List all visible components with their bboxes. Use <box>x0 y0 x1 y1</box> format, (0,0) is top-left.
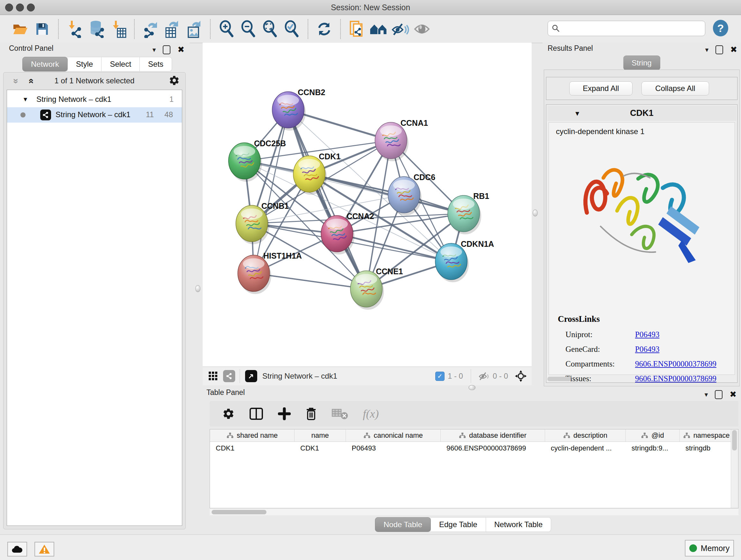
show-columns-icon[interactable] <box>249 408 263 420</box>
network-row-selected[interactable]: String Network – cdk1 11 48 <box>7 107 182 123</box>
import-network-database-button[interactable] <box>87 19 106 39</box>
crosslink-link[interactable]: P06493 <box>635 345 659 354</box>
left-splitter-handle[interactable] <box>195 285 200 292</box>
table-options-gear-icon[interactable] <box>222 408 234 420</box>
node-RB1[interactable]: RB1 <box>448 192 489 234</box>
open-session-button[interactable] <box>11 19 30 39</box>
column-header-namespace[interactable]: namespace <box>680 429 733 442</box>
hscroll-thumb[interactable] <box>212 510 266 514</box>
panel-menu-icon[interactable]: ▾ <box>705 46 709 54</box>
tab-sets[interactable]: Sets <box>140 57 172 71</box>
tab-string[interactable]: String <box>623 56 660 70</box>
crosslink-link[interactable]: P06493 <box>635 330 659 339</box>
panel-menu-icon[interactable]: ▾ <box>704 391 708 398</box>
edge-CCNB2-CCNE1[interactable] <box>288 110 366 289</box>
export-table-button[interactable] <box>163 19 182 39</box>
search-box[interactable] <box>548 21 705 36</box>
import-network-file-button[interactable] <box>65 19 84 39</box>
node-HIST1H1A[interactable]: HIST1H1A <box>238 251 302 294</box>
network-view[interactable]: CCNB2CCNA1CDC25BCDK1CDC6RB1CCNB1CCNA2CDK… <box>203 43 532 385</box>
crosslink-link[interactable]: 9606.ENSP00000378699 <box>635 360 717 368</box>
search-input[interactable] <box>562 24 705 33</box>
table-cell[interactable]: 9606.ENSP00000378699 <box>441 442 545 455</box>
node-CCNA1[interactable]: CCNA1 <box>375 118 428 161</box>
right-splitter-handle[interactable] <box>533 209 538 216</box>
table-cell[interactable]: P06493 <box>346 442 441 455</box>
node-CCNA2[interactable]: CCNA2 <box>321 212 374 254</box>
preview-eye-button[interactable] <box>413 19 431 39</box>
selected-checkbox-icon[interactable]: ✓ <box>435 372 445 381</box>
column-header-@id[interactable]: @id <box>626 429 680 442</box>
zoom-selected-button[interactable] <box>282 19 301 39</box>
column-header-shared-name[interactable]: shared name <box>210 429 294 442</box>
toolbar-separator <box>340 19 341 39</box>
apply-layout-button[interactable] <box>315 19 333 39</box>
detach-view-icon[interactable] <box>245 370 257 382</box>
network-canvas[interactable]: CCNB2CCNA1CDC25BCDK1CDC6RB1CCNB1CCNA2CDK… <box>203 43 532 367</box>
protein-header[interactable]: ▾ CDK1 <box>547 106 736 121</box>
node-CCNB1[interactable]: CCNB1 <box>236 201 289 244</box>
help-button[interactable]: ? <box>713 19 729 37</box>
table-cell[interactable]: cyclin-dependent ... <box>545 442 626 455</box>
tab-select[interactable]: Select <box>102 57 140 71</box>
crosshair-icon[interactable] <box>515 370 527 382</box>
network-share-icon[interactable] <box>223 370 235 382</box>
edge-CDK1-RB1[interactable] <box>309 174 464 213</box>
node-table[interactable]: shared namenamecanonical namedatabase id… <box>210 429 738 508</box>
network-collection-row[interactable]: ▾ String Network – cdk1 1 <box>7 92 182 107</box>
show-all-networks-button[interactable] <box>369 19 388 39</box>
cloud-status-button[interactable] <box>7 542 27 557</box>
collapse-all-button[interactable]: Collapse All <box>642 81 709 96</box>
column-header-name[interactable]: name <box>294 429 346 442</box>
expand-all-button[interactable]: Expand All <box>569 81 632 96</box>
node-CDC6[interactable]: CDC6 <box>388 173 435 215</box>
collection-expand-icon[interactable]: ▾ <box>23 95 27 104</box>
import-table-button[interactable] <box>109 19 127 39</box>
export-network-button[interactable] <box>141 19 160 39</box>
table-splitter-handle[interactable] <box>468 385 475 390</box>
memory-button[interactable]: Memory <box>685 540 734 557</box>
add-column-icon[interactable] <box>278 408 291 420</box>
export-image-button[interactable] <box>185 19 203 39</box>
tab-style[interactable]: Style <box>68 57 102 71</box>
network-options-gear-icon[interactable] <box>169 75 180 86</box>
duplicate-network-button[interactable] <box>347 19 366 39</box>
function-builder-icon[interactable]: f(x) <box>363 407 379 421</box>
zoom-in-button[interactable] <box>217 19 236 39</box>
results-hscroll-thumb[interactable] <box>547 377 571 381</box>
panel-menu-icon[interactable]: ▾ <box>152 46 156 54</box>
export-network-icon <box>142 20 159 38</box>
zoom-fit-button[interactable] <box>261 19 279 39</box>
tab-node-table[interactable]: Node Table <box>375 517 431 532</box>
table-horizontal-scrollbar[interactable] <box>210 509 738 515</box>
tab-network-table[interactable]: Network Table <box>486 517 551 532</box>
table-cell[interactable]: stringdb:9... <box>626 442 680 455</box>
close-panel-icon[interactable]: ✖ <box>730 389 737 399</box>
grid-view-icon[interactable] <box>207 370 219 382</box>
delete-table-icon[interactable] <box>332 408 348 420</box>
zoom-out-button[interactable] <box>239 19 258 39</box>
float-panel-icon[interactable] <box>716 45 723 54</box>
tab-edge-table[interactable]: Edge Table <box>431 517 486 532</box>
column-header-database-identifier[interactable]: database identifier <box>441 429 545 442</box>
table-vertical-scrollbar[interactable] <box>731 429 738 508</box>
delete-column-icon[interactable] <box>306 407 317 421</box>
close-panel-icon[interactable]: ✖ <box>178 45 185 55</box>
table-cell[interactable]: stringdb <box>680 442 733 455</box>
hide-unhide-button[interactable] <box>391 19 409 39</box>
warning-status-button[interactable] <box>35 542 54 557</box>
close-panel-icon[interactable]: ✖ <box>730 45 737 55</box>
float-panel-icon[interactable] <box>715 390 723 399</box>
column-header-canonical-name[interactable]: canonical name <box>346 429 441 442</box>
table-cell[interactable]: CDK1 <box>294 442 346 455</box>
node-CCNB2[interactable]: CCNB2 <box>272 88 325 131</box>
crosslink-link[interactable]: 9606.ENSP00000378699 <box>635 374 717 383</box>
column-header-description[interactable]: description <box>545 429 626 442</box>
node-CDKN1A[interactable]: CDKN1A <box>435 240 494 282</box>
node-CCNE1[interactable]: CCNE1 <box>350 267 403 310</box>
table-row[interactable]: CDK1CDK1P064939606.ENSP00000378699cyclin… <box>210 442 738 455</box>
save-session-button[interactable] <box>33 19 51 39</box>
table-cell[interactable]: CDK1 <box>210 442 294 455</box>
float-panel-icon[interactable] <box>163 45 171 54</box>
tab-network[interactable]: Network <box>22 57 68 71</box>
